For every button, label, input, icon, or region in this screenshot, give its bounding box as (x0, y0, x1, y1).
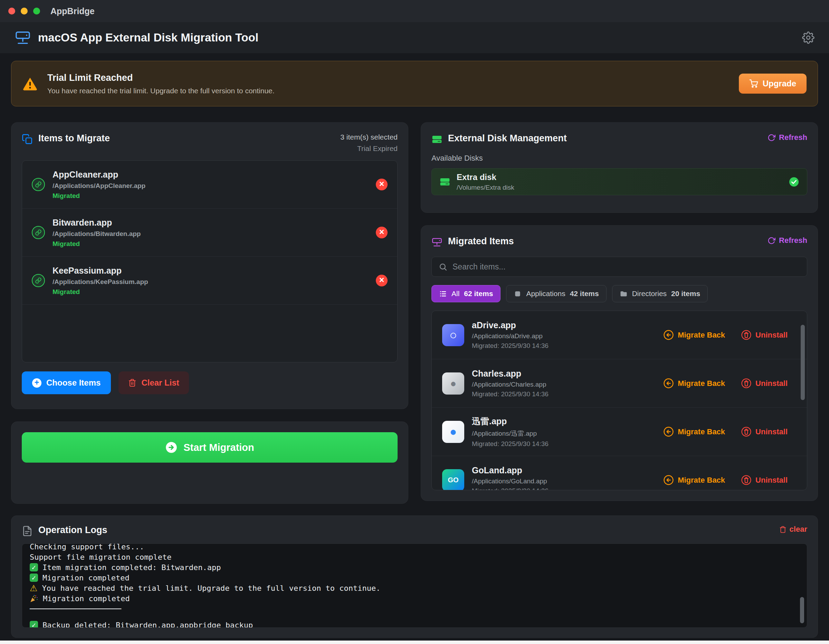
log-line: ✓Migration completed (30, 573, 799, 583)
titlebar: AppBridge (0, 0, 829, 22)
app-path: /Applications/Bitwarden.app (52, 230, 140, 238)
migrate-item-row: KeePassium.app/Applications/KeePassium.a… (22, 257, 397, 305)
migration-status: Migrated (52, 288, 148, 296)
scrollbar-thumb[interactable] (801, 325, 805, 400)
migrate-back-button[interactable]: Migrate Back (663, 378, 725, 389)
selection-info: 3 item(s) selected Trial Expired (340, 133, 397, 153)
log-console: Checking support files...Support file mi… (22, 543, 807, 628)
disk-icon (440, 176, 451, 187)
log-text: You have reached the trial limit. Upgrad… (42, 584, 380, 592)
app-actions: Migrate BackUninstall (663, 378, 796, 389)
choose-items-label: Choose Items (46, 378, 101, 388)
app-text: 迅雷.app/Applications/迅雷.appMigrated: 2025… (472, 416, 548, 448)
cart-icon (749, 79, 758, 88)
filter-label: Directories (632, 289, 667, 298)
migrate-back-button[interactable]: Migrate Back (663, 330, 725, 340)
choose-items-button[interactable]: + Choose Items (22, 371, 111, 394)
refresh-migrated-button[interactable]: Refresh (768, 236, 807, 245)
search-input[interactable] (452, 262, 800, 271)
start-migration-panel: Start Migration (11, 421, 408, 504)
upgrade-button[interactable]: Upgrade (739, 74, 807, 94)
arrow-right-circle-icon (165, 441, 178, 454)
clear-list-button[interactable]: Clear List (118, 371, 189, 394)
settings-gear-icon[interactable] (802, 32, 815, 44)
disk-row[interactable]: Extra disk/Volumes/Extra disk (432, 168, 807, 195)
grid-icon (514, 290, 522, 298)
available-disks-label: Available Disks (432, 154, 807, 163)
migrate-back-label: Migrate Back (678, 331, 725, 339)
migrate-back-button[interactable]: Migrate Back (663, 426, 725, 437)
app-name: KeePassium.app (52, 266, 148, 276)
app-name: AppCleaner.app (52, 170, 145, 180)
filter-chip-directories[interactable]: Directories20 items (612, 285, 708, 302)
log-line: ──────────────────── (30, 604, 799, 614)
log-line: Support file migration complete (30, 552, 799, 562)
app-icon: ○ (442, 324, 464, 346)
clear-logs-button[interactable]: clear (779, 525, 807, 534)
search-box (432, 257, 807, 277)
log-line: Checking support files... (30, 543, 799, 552)
selected-count: 3 item(s) selected (340, 133, 397, 141)
filter-count: 20 items (671, 289, 700, 298)
refresh-disks-button[interactable]: Refresh (768, 133, 807, 142)
link-icon (32, 226, 45, 239)
uninstall-button[interactable]: Uninstall (741, 475, 788, 485)
refresh-icon (768, 237, 775, 245)
app-actions: Migrate BackUninstall (663, 426, 796, 437)
disk-management-panel: External Disk Management Refresh Availab… (421, 122, 818, 213)
migrated-date: Migrated: 2025/9/30 14:36 (472, 390, 548, 398)
uninstall-button[interactable]: Uninstall (741, 426, 788, 437)
disk-name: Extra disk (457, 172, 514, 182)
logs-panel-title: Operation Logs (38, 525, 107, 535)
arrow-left-circle-icon (663, 330, 674, 340)
filter-count: 42 items (570, 289, 599, 298)
app-name: Charles.app (472, 369, 548, 379)
remove-item-button[interactable]: × (376, 275, 388, 286)
clear-list-label: Clear List (141, 378, 179, 388)
app-icon: ● (442, 421, 464, 443)
trash-circle-icon (741, 475, 752, 485)
trial-banner-message: You have reached the trial limit. Upgrad… (47, 87, 274, 95)
uninstall-label: Uninstall (755, 379, 788, 388)
remove-item-button[interactable]: × (376, 227, 388, 238)
purple-drive-icon (432, 236, 443, 248)
migrated-date: Migrated: 2025/9/30 14:36 (472, 342, 548, 350)
log-text: Support file migration complete (30, 553, 172, 562)
start-migration-button[interactable]: Start Migration (22, 432, 397, 462)
app-name: Bitwarden.app (52, 218, 140, 228)
zoom-button[interactable] (33, 8, 40, 14)
migrated-app-row: ○aDrive.app/Applications/aDrive.appMigra… (432, 311, 807, 359)
refresh-label: Refresh (779, 133, 807, 142)
migrated-app-row: ●Charles.app/Applications/Charles.appMig… (432, 359, 807, 408)
minimize-button[interactable] (21, 8, 28, 14)
close-button[interactable] (8, 8, 15, 14)
link-icon (32, 274, 45, 287)
app-path: /Applications/迅雷.app (472, 429, 548, 438)
refresh-icon (768, 134, 775, 142)
clipboard-copy-icon (22, 133, 33, 145)
app-path: /Applications/KeePassium.app (52, 278, 148, 286)
arrow-left-circle-icon (663, 378, 674, 389)
migrate-item-row: Bitwarden.app/Applications/Bitwarden.app… (22, 209, 397, 257)
remove-item-button[interactable]: × (376, 178, 388, 190)
main-content: Items to Migrate 3 item(s) selected Tria… (0, 106, 829, 504)
disk-panel-title: External Disk Management (448, 133, 567, 144)
bottom-strip (0, 641, 829, 644)
filter-chip-all[interactable]: All62 items (432, 285, 501, 302)
migrate-back-button[interactable]: Migrate Back (663, 475, 725, 485)
filter-chip-applications[interactable]: Applications42 items (506, 285, 606, 302)
app-name: 迅雷.app (472, 416, 548, 427)
uninstall-button[interactable]: Uninstall (741, 378, 788, 389)
app-path: /Applications/aDrive.app (472, 332, 548, 340)
app-icon: ● (442, 373, 464, 395)
refresh-label: Refresh (779, 236, 807, 245)
plus-circle-icon: + (32, 378, 41, 388)
search-icon (439, 263, 447, 271)
scrollbar-thumb[interactable] (800, 597, 804, 623)
migrated-app-row: GOGoLand.app/Applications/GoLand.appMigr… (432, 456, 807, 490)
filter-label: Applications (526, 289, 565, 298)
migrated-date: Migrated: 2025/9/30 14:36 (472, 440, 548, 448)
log-text: Migration completed (43, 594, 130, 603)
uninstall-button[interactable]: Uninstall (741, 330, 788, 340)
upgrade-button-label: Upgrade (763, 79, 796, 88)
